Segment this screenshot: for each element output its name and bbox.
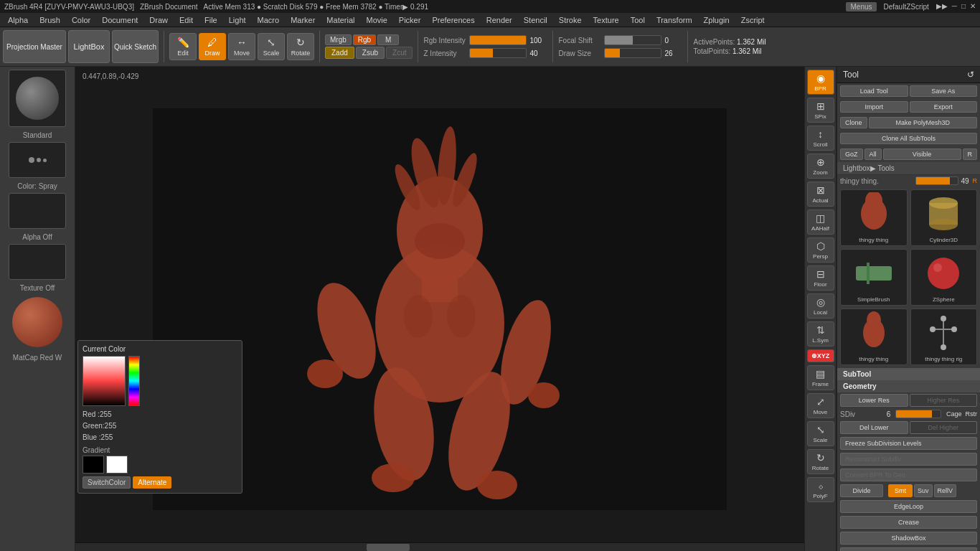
save-as-btn[interactable]: Save As [910,85,978,97]
shadowbox-btn[interactable]: ShadowBox [840,532,977,545]
menu-marker[interactable]: Marker [286,14,320,26]
menu-document[interactable]: Document [97,14,143,26]
lb-tool-simple[interactable]: SimpleBrush [840,249,908,306]
lb-tool-creature2[interactable]: thingy thing [840,309,908,365]
menu-file[interactable]: File [199,14,222,26]
menu-brush[interactable]: Brush [34,14,65,26]
grad-black[interactable] [83,456,104,474]
sdiv-slider[interactable] [895,410,941,418]
menus-btn[interactable]: Menus [846,2,876,11]
menu-draw[interactable]: Draw [144,14,173,26]
switch-color-btn[interactable]: SwitchColor [83,476,131,489]
menu-texture[interactable]: Texture [588,14,624,26]
r-btn-goz[interactable]: R [963,149,978,160]
menu-alpha[interactable]: Alpha [3,14,33,26]
zsub-btn[interactable]: Zsub [356,47,385,59]
rotate2-btn[interactable]: ↻ Rotate [807,449,834,474]
suv-btn[interactable]: Suv [914,484,933,497]
default-script[interactable]: DefaultZScript [881,2,932,11]
window-max[interactable]: □ [961,2,966,11]
play-icon[interactable]: ▶▶ [936,2,948,11]
alternate-btn[interactable]: Alternate [133,476,171,489]
menu-stencil[interactable]: Stencil [519,14,552,26]
lb-tool-creature[interactable]: thingy thing [840,189,908,246]
menu-zscript[interactable]: Zscript [736,14,770,26]
aahalf-btn[interactable]: ◫ AAHalf [807,209,834,235]
claypolish-btn[interactable]: ClayPolish [840,547,977,551]
persp-btn[interactable]: ⬡ Persp [807,237,834,263]
subtool-section[interactable]: SubTool [837,368,980,380]
m-btn[interactable]: M [377,34,399,45]
refresh-icon[interactable]: ↺ [967,70,974,80]
edit-btn[interactable]: ✏️ Edit [169,33,197,60]
projection-master-btn[interactable]: Projection Master [3,30,66,63]
menu-picker[interactable]: Picker [394,14,426,26]
geometry-section[interactable]: Geometry [837,380,980,392]
r-btn-thingy[interactable]: R [973,177,978,184]
move2-btn[interactable]: ⤢ Move [807,393,834,418]
menu-color[interactable]: Color [67,14,95,26]
rgb-intensity-slider[interactable] [469,35,527,45]
lb-tool-rig[interactable]: thingy thing rig [910,309,978,365]
menu-light[interactable]: Light [224,14,251,26]
menu-tool[interactable]: Tool [626,14,650,26]
menu-edit[interactable]: Edit [174,14,198,26]
zoom-btn[interactable]: ⊕ Zoom [807,154,834,179]
texture-preview[interactable] [9,244,66,280]
clone-btn[interactable]: Clone [840,117,867,128]
menu-material[interactable]: Material [321,14,359,26]
reconstruct-subdiv-btn[interactable]: Reconstruct Subdiv [840,453,977,466]
menu-transform[interactable]: Transform [651,14,697,26]
scale2-btn[interactable]: ⤡ Scale [807,421,834,446]
cage-btn[interactable]: Cage [946,410,962,418]
hue-bar[interactable] [128,356,140,406]
edgeloop-btn[interactable]: EdgeLoop [840,500,977,513]
mrgb-btn[interactable]: Mrgb [325,34,352,45]
window-min[interactable]: ─ [952,2,957,11]
window-close[interactable]: ✕ [970,2,976,11]
brush-preview[interactable] [9,70,66,127]
menu-movie[interactable]: Movie [361,14,392,26]
rgb-btn[interactable]: Rgb [353,34,376,45]
material-sphere[interactable] [12,297,62,347]
draw-btn[interactable]: 🖊 Draw [199,33,226,60]
color-gradient-picker[interactable] [83,356,126,406]
stroke-preview[interactable] [9,142,66,178]
spix-btn[interactable]: ⊞ SPix [807,98,834,123]
move-btn[interactable]: ↔ Move [228,33,255,60]
del-lower-btn[interactable]: Del Lower [840,421,908,434]
lb-tool-zsphere[interactable]: ZSphere [910,249,978,306]
lb-tool-cylinder[interactable]: Cylinder3D [910,189,978,246]
del-higher-btn[interactable]: Del Higher [910,421,978,434]
focal-shift-slider[interactable] [604,35,661,45]
zadd-btn[interactable]: Zadd [325,47,354,59]
xyz-btn[interactable]: ⊕XYZ [807,349,834,362]
grad-white[interactable] [106,456,128,474]
make-polymesh-btn[interactable]: Make PolyMesh3D [869,117,977,128]
scale-btn[interactable]: ⤡ Scale [258,33,285,60]
scroll-btn[interactable]: ↕ Scroll [807,126,834,151]
rotate-btn[interactable]: ↻ Rotate [287,33,314,60]
convert-bpr-btn[interactable]: Convert BPR To Geo [840,468,977,481]
lightbox-section[interactable]: Lightbox▶ Tools [837,162,980,175]
divide-btn[interactable]: Divide [840,484,883,497]
quick-sketch-btn[interactable]: Quick Sketch [112,30,159,63]
visible-btn[interactable]: Visible [883,149,961,160]
crease-btn[interactable]: Crease [840,516,977,529]
lightbox-btn[interactable]: LightBox [68,30,110,63]
lower-res-btn[interactable]: Lower Res [840,394,908,407]
menu-stroke[interactable]: Stroke [554,14,587,26]
actual-btn[interactable]: ⊠ Actual [807,182,834,207]
import-btn[interactable]: Import [840,101,908,113]
lsym-btn[interactable]: ⇅ L.Sym [807,321,834,347]
all-btn[interactable]: All [864,149,882,160]
draw-size-slider[interactable] [604,48,661,58]
load-tool-btn[interactable]: Load Tool [840,85,908,97]
alpha-preview[interactable] [9,193,66,229]
menu-render[interactable]: Render [481,14,517,26]
polyf-btn[interactable]: ⬦ PolyF [807,477,834,502]
frame-btn[interactable]: ▤ Frame [807,365,834,390]
menu-zplugin[interactable]: Zplugin [699,14,735,26]
clone-all-subtools-btn[interactable]: Clone All SubTools [840,133,977,144]
higher-res-btn[interactable]: Higher Res [910,394,978,407]
